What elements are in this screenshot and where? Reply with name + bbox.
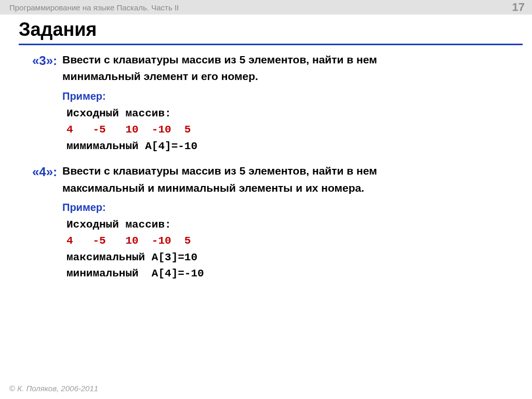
- page-title: Задания: [19, 19, 532, 41]
- task-head: «4»: Ввести с клавиатуры массив из 5 эле…: [32, 164, 508, 180]
- task-text-line1: Ввести с клавиатуры массив из 5 элементо…: [62, 52, 508, 67]
- code-result-min: минимальный A[4]=-10: [66, 268, 204, 280]
- task-4: «4»: Ввести с клавиатуры массив из 5 эле…: [32, 164, 508, 282]
- content: «3»: Ввести с клавиатуры массив из 5 эле…: [0, 45, 532, 282]
- code-result-max: максимальный A[3]=10: [66, 251, 197, 263]
- grade-label: «4»:: [32, 164, 62, 180]
- copyright-symbol: ©: [9, 384, 15, 393]
- footer: © К. Поляков, 2006-2011: [9, 384, 98, 393]
- author-credit: К. Поляков, 2006-2011: [15, 384, 98, 393]
- page-number: 17: [512, 1, 525, 14]
- task-text-line1: Ввести с клавиатуры массив из 5 элементо…: [62, 164, 508, 178]
- task-head: «3»: Ввести с клавиатуры массив из 5 эле…: [32, 52, 508, 69]
- task-3: «3»: Ввести с клавиатуры массив из 5 эле…: [32, 52, 508, 154]
- code-block: Исходный массив: 4 -5 10 -10 5 максималь…: [66, 217, 508, 282]
- code-array-label: Исходный массив:: [66, 108, 171, 119]
- code-result-min: мимимальный A[4]=-10: [66, 140, 197, 152]
- code-array-label: Исходный массив:: [66, 219, 171, 231]
- code-array-values: 4 -5 10 -10 5: [66, 124, 191, 136]
- task-text-line2: минимальный элемент и его номер.: [62, 69, 508, 84]
- example-label: Пример:: [62, 89, 508, 103]
- example-label: Пример:: [62, 201, 508, 215]
- code-array-values: 4 -5 10 -10 5: [66, 235, 191, 247]
- task-text-line2: максимальный и минимальный элементы и их…: [62, 181, 508, 195]
- course-title: Программирование на языке Паскаль. Часть…: [9, 3, 179, 12]
- grade-label: «3»:: [32, 52, 62, 69]
- header-bar: Программирование на языке Паскаль. Часть…: [0, 0, 532, 15]
- code-block: Исходный массив: 4 -5 10 -10 5 мимимальн…: [66, 105, 508, 155]
- title-wrap: Задания: [0, 15, 532, 43]
